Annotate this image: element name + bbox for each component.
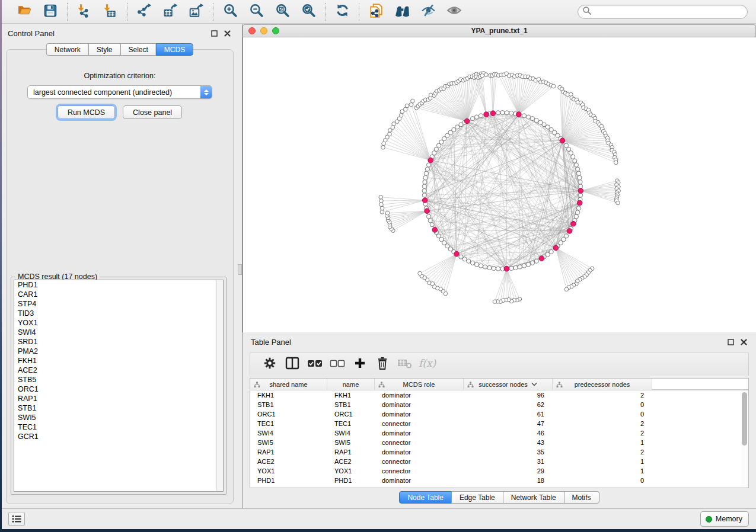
graph-hub-node[interactable] (484, 112, 489, 117)
graph-node[interactable] (470, 117, 474, 121)
graph-node[interactable] (496, 111, 500, 115)
tab-node-table[interactable]: Node Table (399, 491, 452, 504)
graph-node[interactable] (569, 151, 573, 155)
graph-node[interactable] (616, 201, 620, 205)
float-table-panel-icon[interactable] (727, 338, 735, 346)
binoculars-button[interactable] (393, 3, 411, 21)
graph-node[interactable] (483, 265, 487, 269)
column-header-name[interactable]: name (327, 379, 375, 390)
graph-node[interactable] (379, 203, 384, 207)
eye-slash-button[interactable] (419, 3, 437, 21)
mcds-result-item[interactable]: ACE2 (14, 366, 223, 375)
graph-node[interactable] (399, 113, 403, 117)
graph-node[interactable] (424, 171, 428, 175)
graph-node[interactable] (574, 214, 578, 219)
graph-hub-node[interactable] (567, 229, 572, 234)
graph-node[interactable] (579, 184, 583, 188)
table-row[interactable]: SWI5SWI5connector431 (250, 438, 748, 447)
graph-node[interactable] (470, 261, 474, 265)
graph-node[interactable] (578, 180, 582, 184)
tab-mcds[interactable]: MCDS (156, 43, 193, 56)
mcds-result-item[interactable]: ORC1 (14, 384, 223, 394)
export-image-button[interactable] (187, 3, 205, 21)
graph-hub-node[interactable] (432, 227, 438, 233)
graph-node[interactable] (391, 126, 395, 130)
graph-node[interactable] (425, 167, 429, 171)
export-table-button[interactable] (161, 3, 179, 21)
graph-node[interactable] (430, 223, 434, 227)
export-network-button[interactable] (135, 3, 153, 21)
graph-node[interactable] (467, 259, 471, 263)
graph-hub-node[interactable] (422, 198, 428, 203)
save-session-button[interactable] (42, 3, 59, 21)
graph-hub-node[interactable] (571, 221, 576, 226)
deselect-all-button[interactable] (326, 355, 349, 373)
mcds-result-item[interactable]: CAR1 (14, 290, 223, 299)
graph-node[interactable] (500, 111, 505, 115)
graph-hub-node[interactable] (428, 158, 433, 163)
table-row[interactable]: PHD1PHD1dominator180 (250, 476, 748, 485)
graph-node[interactable] (423, 175, 428, 180)
graph-node[interactable] (578, 175, 582, 180)
graph-node[interactable] (574, 163, 578, 167)
tab-network-table[interactable]: Network Table (503, 491, 564, 504)
graph-node[interactable] (530, 261, 534, 265)
graph-node[interactable] (509, 111, 513, 115)
mcds-result-item[interactable]: YOX1 (14, 318, 223, 328)
graph-node[interactable] (479, 114, 483, 118)
tab-motifs[interactable]: Motifs (564, 491, 599, 504)
graph-node[interactable] (379, 199, 384, 203)
mcds-result-item[interactable]: GCR1 (14, 432, 223, 441)
mcds-result-item[interactable]: SWI5 (14, 413, 223, 422)
table-row[interactable]: ACE2ACE2connector311 (250, 457, 748, 466)
eye-button[interactable] (445, 3, 463, 21)
graph-node[interactable] (381, 145, 385, 149)
mcds-result-item[interactable]: SWI4 (14, 328, 223, 337)
mcds-result-item[interactable]: FKH1 (14, 356, 223, 366)
network-graph-svg[interactable] (243, 37, 756, 332)
graph-hub-node[interactable] (560, 138, 565, 143)
table-row[interactable]: RAP1RAP1dominator352 (250, 447, 748, 457)
mcds-result-list[interactable]: PHD1CAR1STP4TID3YOX1SWI4SRD1PMA2FKH1ACE2… (14, 280, 224, 492)
delete-column-button[interactable] (371, 355, 394, 373)
graph-node[interactable] (418, 271, 422, 275)
import-network-button[interactable] (75, 3, 93, 21)
graph-node[interactable] (380, 206, 384, 210)
zoom-fit-button[interactable] (273, 3, 291, 21)
graph-node[interactable] (479, 264, 483, 268)
graph-node[interactable] (480, 73, 484, 78)
graph-hub-node[interactable] (490, 111, 496, 116)
graph-hub-node[interactable] (454, 251, 460, 257)
graph-node[interactable] (522, 114, 526, 118)
table-row[interactable]: YOX1YOX1connector291 (250, 466, 748, 476)
column-header-MCDS-role[interactable]: MCDS role (375, 379, 464, 390)
mcds-result-item[interactable]: PMA2 (14, 347, 223, 356)
table-scrollbar-thumb[interactable] (742, 392, 747, 446)
graph-node[interactable] (579, 193, 583, 197)
table-row[interactable]: SWI4SWI4dominator462 (250, 428, 748, 438)
zoom-in-button[interactable] (221, 3, 239, 21)
graph-node[interactable] (379, 195, 383, 199)
tab-style[interactable]: Style (88, 43, 121, 56)
graph-node[interactable] (405, 104, 409, 108)
mcds-result-item[interactable]: RAP1 (14, 394, 223, 403)
tab-select[interactable]: Select (120, 43, 157, 56)
graph-node[interactable] (459, 255, 463, 259)
search-box[interactable] (578, 5, 748, 19)
graph-node[interactable] (576, 171, 580, 175)
close-panel-button[interactable]: Close panel (123, 105, 182, 119)
columns-button[interactable] (281, 355, 304, 373)
graph-hub-node[interactable] (578, 188, 583, 194)
status-menu-button[interactable] (8, 512, 25, 526)
import-table-button[interactable] (101, 3, 119, 21)
refresh-button[interactable] (333, 3, 351, 21)
graph-node[interactable] (505, 111, 509, 115)
criterion-dropdown[interactable]: largest connected component (undirected) (27, 85, 212, 99)
tab-edge-table[interactable]: Edge Table (451, 491, 503, 504)
tab-network[interactable]: Network (46, 43, 89, 56)
mcds-result-item[interactable]: SRD1 (14, 337, 223, 347)
graph-node[interactable] (380, 210, 384, 214)
graph-node[interactable] (551, 84, 556, 88)
table-row[interactable]: ORC1ORC1dominator610 (250, 409, 748, 419)
run-mcds-button[interactable]: Run MCDS (58, 105, 115, 119)
